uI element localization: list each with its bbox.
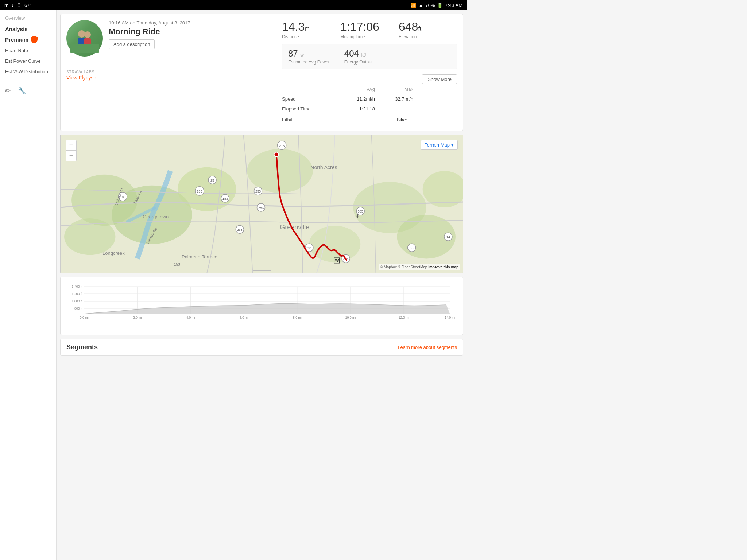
svg-text:North Acres: North Acres <box>310 164 337 170</box>
sidebar-analysis-label: Analysis <box>0 23 56 34</box>
stat-energy-output: 404 kJ Energy Output <box>344 48 372 65</box>
stats-mid-row: 87 w Estimated Avg Power 404 kJ Energy O… <box>282 44 457 69</box>
learn-more-segments-link[interactable]: Learn more about segments <box>398 345 457 350</box>
sidebar-divider <box>0 80 56 80</box>
svg-text:263: 263 <box>237 228 243 232</box>
avatar <box>66 20 103 57</box>
chevron-right-icon: › <box>95 75 97 81</box>
svg-text:14: 14 <box>446 235 450 239</box>
view-flybys-link[interactable]: View Flybys › <box>66 75 103 81</box>
table-row: Elapsed Time 1:21:18 <box>282 104 457 114</box>
podcast-icon: 🎙 <box>17 3 22 8</box>
table-row: Speed 11.2mi/h 32.7mi/h <box>282 94 457 104</box>
terrain-map-button[interactable]: Terrain Map ▾ <box>421 140 458 150</box>
stats-panel: 14.3mi Distance 1:17:06 Moving Time 648f… <box>282 20 457 125</box>
svg-rect-5 <box>70 44 99 53</box>
svg-point-52 <box>274 152 279 157</box>
svg-text:253: 253 <box>258 206 264 210</box>
svg-text:+: + <box>356 213 360 220</box>
svg-rect-54 <box>335 259 337 260</box>
strava-labs: STRAVA LABS View Flybys › <box>66 66 103 81</box>
svg-text:Palmetto Terrace: Palmetto Terrace <box>182 254 217 260</box>
zoom-in-button[interactable]: + <box>66 140 76 151</box>
svg-text:1,000 ft: 1,000 ft <box>72 299 83 303</box>
edit-icon[interactable]: ✏ <box>5 87 11 95</box>
svg-point-15 <box>247 149 313 193</box>
status-bar: m ♪ 🎙 67° 📶 ▲ 76% 🔋 7:43 AM <box>0 0 467 10</box>
svg-point-3 <box>84 31 91 38</box>
segments-title: Segments <box>66 343 98 351</box>
wrench-icon[interactable]: 🔧 <box>18 87 26 95</box>
sidebar-item-est-25w-dist[interactable]: Est 25W Distribution <box>0 66 56 77</box>
map-svg: 183 183 183 25 253 253 263 276 291 385 <box>61 135 463 273</box>
status-bar-left: m ♪ 🎙 67° <box>4 3 32 8</box>
svg-text:1,200 ft: 1,200 ft <box>72 292 83 296</box>
sidebar-overview-label[interactable]: Overview <box>0 13 56 23</box>
activity-title: Morning Ride <box>109 27 276 36</box>
svg-text:14.0 mi: 14.0 mi <box>445 316 455 319</box>
sidebar-item-heart-rate[interactable]: Heart Rate <box>0 45 56 56</box>
svg-text:2.0 mi: 2.0 mi <box>133 316 142 319</box>
map-zoom-controls: + − <box>66 140 77 161</box>
table-row: Fitbit Bike: — <box>282 114 457 125</box>
stat-moving-time: 1:17:06 Moving Time <box>340 20 399 39</box>
svg-text:12.0 mi: 12.0 mi <box>399 316 409 319</box>
svg-text:25: 25 <box>210 179 214 182</box>
stats-table: Avg Max Speed 11.2mi/h 32.7mi/h <box>282 84 457 125</box>
svg-text:276: 276 <box>279 144 285 148</box>
svg-text:8.0 mi: 8.0 mi <box>293 316 302 319</box>
elevation-chart: 1,400 ft 1,200 ft 1,000 ft 800 ft 0.0 mi… <box>66 283 457 323</box>
stats-top-row: 14.3mi Distance 1:17:06 Moving Time 648f… <box>282 20 457 44</box>
svg-text:291: 291 <box>306 246 312 250</box>
map-attribution: © Mapbox © OpenStreetMap Improve this ma… <box>379 264 460 270</box>
svg-text:800 ft: 800 ft <box>74 307 82 310</box>
battery-percent: 76% <box>425 3 435 8</box>
svg-text:183: 183 <box>222 197 228 201</box>
segments-section: Segments Learn more about segments <box>60 339 463 356</box>
svg-rect-56 <box>338 259 340 260</box>
improve-map-link[interactable]: Improve this map <box>428 265 458 269</box>
strava-labs-label: STRAVA LABS <box>66 70 103 74</box>
svg-text:253: 253 <box>255 190 261 193</box>
svg-text:0.0 mi: 0.0 mi <box>80 316 89 319</box>
svg-text:85: 85 <box>410 246 414 250</box>
elevation-container: 1,400 ft 1,200 ft 1,000 ft 800 ft 0.0 mi… <box>60 277 463 335</box>
zoom-out-button[interactable]: − <box>66 151 76 161</box>
svg-point-1 <box>78 30 85 38</box>
svg-text:4.0 mi: 4.0 mi <box>186 316 195 319</box>
map-container[interactable]: 183 183 183 25 253 253 263 276 291 385 <box>60 135 463 273</box>
svg-text:6.0 mi: 6.0 mi <box>240 316 248 319</box>
svg-text:10.0 mi: 10.0 mi <box>345 316 356 319</box>
svg-text:153: 153 <box>174 262 180 267</box>
activity-info: 10:16 AM on Thursday, August 3, 2017 Mor… <box>109 20 276 125</box>
activity-card: STRAVA LABS View Flybys › 10:16 AM on Th… <box>60 14 463 131</box>
stat-distance: 14.3mi Distance <box>282 20 340 39</box>
sidebar-premium-label: Premium <box>5 36 28 43</box>
temperature: 67° <box>24 3 32 8</box>
scroll-handle <box>253 270 271 271</box>
app-icon: m <box>4 3 9 8</box>
main-content: STRAVA LABS View Flybys › 10:16 AM on Th… <box>57 10 467 560</box>
stat-est-power: 87 w Estimated Avg Power <box>288 48 330 65</box>
svg-text:Longcreek: Longcreek <box>102 250 125 256</box>
sidebar-premium-row: Premium <box>0 34 56 45</box>
add-description-button[interactable]: Add a description <box>109 39 155 49</box>
premium-shield-icon <box>31 36 38 43</box>
battery-icon: 🔋 <box>437 3 443 8</box>
wifi-icon: 📶 <box>410 3 416 8</box>
activity-date: 10:16 AM on Thursday, August 3, 2017 <box>109 20 276 26</box>
sidebar: Overview Analysis Premium Heart Rate Est… <box>0 10 57 560</box>
dropdown-arrow-icon: ▾ <box>451 142 454 148</box>
signal-icon: ▲ <box>418 3 423 8</box>
svg-point-14 <box>309 226 360 262</box>
svg-text:Georgetown: Georgetown <box>143 214 169 219</box>
show-more-button[interactable]: Show More <box>422 74 457 84</box>
time: 7:43 AM <box>445 3 462 8</box>
status-bar-right: 📶 ▲ 76% 🔋 7:43 AM <box>410 3 462 8</box>
sidebar-item-est-power-curve[interactable]: Est Power Curve <box>0 56 56 66</box>
stat-elevation: 648ft Elevation <box>399 20 457 39</box>
svg-text:1,400 ft: 1,400 ft <box>72 285 83 288</box>
svg-text:Greenville: Greenville <box>280 223 309 231</box>
svg-text:183: 183 <box>197 190 202 193</box>
svg-rect-55 <box>337 260 338 262</box>
